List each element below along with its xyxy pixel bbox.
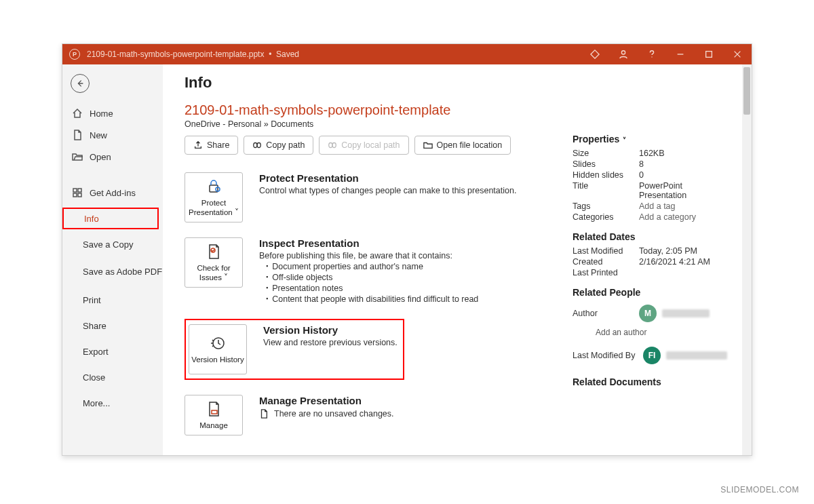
copy-local-path-button: Copy local path — [319, 136, 408, 155]
powerpoint-logo-icon: P — [69, 49, 80, 60]
history-icon — [210, 334, 226, 352]
inspect-heading: Inspect Presentation — [259, 237, 478, 249]
author-name-redacted — [662, 309, 710, 317]
svg-point-0 — [621, 51, 625, 54]
date-printed: Last Printed — [573, 268, 729, 277]
manage-section: Manage Manage Presentation There are no … — [185, 395, 752, 435]
scrollbar[interactable] — [742, 64, 752, 455]
svg-rect-3 — [78, 189, 81, 192]
home-icon — [72, 108, 83, 119]
properties-panel: Properties ˅ Size162KB Slides8 Hidden sl… — [573, 134, 729, 391]
open-icon — [72, 151, 83, 162]
svg-rect-5 — [78, 193, 81, 197]
scrollbar-thumb[interactable] — [743, 67, 750, 115]
svg-rect-14 — [212, 410, 217, 414]
document-title: 2109-01-math-symbols-powerpoint-template — [185, 102, 752, 118]
sidebar-save-pdf[interactable]: Save as Adobe PDF — [62, 259, 163, 285]
version-history-highlight: Version History Version History View and… — [185, 319, 404, 380]
svg-rect-1 — [706, 52, 712, 58]
docs-header: Related Documents — [573, 376, 729, 387]
help-icon[interactable] — [638, 44, 666, 64]
addins-icon — [72, 187, 83, 198]
svg-rect-2 — [73, 189, 77, 192]
manage-desc: There are no unsaved changes. — [274, 409, 394, 419]
inspect-item: Off-slide objects — [266, 273, 478, 282]
title-bar: P 2109-01-math-symbols-powerpoint-templa… — [62, 44, 752, 64]
avatar: FI — [643, 347, 661, 364]
file-name: 2109-01-math-symbols-powerpoint-template… — [87, 50, 299, 59]
date-created: Created2/16/2021 4:21 AM — [573, 257, 729, 267]
main-content: Info 2109-01-math-symbols-powerpoint-tem… — [163, 64, 752, 455]
document-icon — [259, 409, 269, 419]
protect-tile-label: Protect Presentation ˅ — [187, 198, 241, 218]
protect-tile[interactable]: Protect Presentation ˅ — [185, 172, 243, 222]
diamond-icon[interactable] — [581, 44, 609, 64]
date-modified: Last ModifiedToday, 2:05 PM — [573, 246, 729, 256]
share-button[interactable]: Share — [185, 136, 238, 155]
inspect-list: Document properties and author's name Of… — [259, 262, 478, 304]
prop-slides: Slides8 — [573, 159, 729, 169]
sidebar-print[interactable]: Print — [62, 289, 163, 311]
prop-title: TitlePowerPoint Presentation — [573, 181, 729, 200]
version-history-tile[interactable]: Version History — [189, 324, 247, 374]
inspect-item: Presentation notes — [266, 284, 478, 293]
manage-icon — [206, 400, 222, 418]
modifier-person[interactable]: FI — [643, 347, 727, 364]
svg-point-9 — [332, 143, 336, 148]
svg-point-6 — [254, 143, 257, 148]
document-path[interactable]: OneDrive - Personal » Documents — [185, 119, 752, 129]
sidebar-addins[interactable]: Get Add-ins — [62, 182, 163, 203]
manage-heading: Manage Presentation — [259, 395, 394, 406]
author-person[interactable]: M — [639, 305, 710, 322]
backstage-sidebar: Home New Open Get Add-ins Info Save a Co… — [62, 64, 163, 455]
sidebar-more[interactable]: More... — [62, 392, 163, 414]
add-author-link[interactable]: Add an author — [596, 328, 729, 337]
prop-tags: TagsAdd a tag — [573, 201, 729, 211]
version-history-label: Version History — [191, 355, 244, 364]
version-desc: View and restore previous versions. — [263, 338, 398, 347]
sidebar-close[interactable]: Close — [62, 366, 163, 388]
svg-point-7 — [257, 143, 260, 148]
open-location-button[interactable]: Open file location — [414, 136, 511, 155]
inspect-lead: Before publishing this file, be aware th… — [259, 251, 478, 260]
sidebar-info[interactable]: Info — [62, 208, 159, 229]
sidebar-home[interactable]: Home — [62, 102, 163, 124]
sidebar-open[interactable]: Open — [62, 146, 163, 168]
sidebar-share[interactable]: Share — [62, 315, 163, 336]
properties-header[interactable]: Properties ˅ — [573, 134, 729, 144]
prop-categories: CategoriesAdd a category — [573, 212, 729, 222]
inspect-item: Document properties and author's name — [266, 262, 478, 271]
chevron-down-icon: ˅ — [621, 136, 626, 144]
lock-icon — [206, 178, 222, 195]
watermark: SLIDEMODEL.COM — [720, 485, 799, 495]
protect-heading: Protect Presentation — [259, 172, 516, 184]
svg-point-8 — [329, 143, 332, 148]
version-heading: Version History — [263, 324, 398, 336]
prop-hidden: Hidden slides0 — [573, 170, 729, 180]
modifier-name-redacted — [666, 351, 727, 360]
avatar: M — [639, 305, 657, 322]
close-icon[interactable] — [723, 44, 752, 64]
user-icon[interactable] — [609, 44, 638, 64]
new-icon — [72, 130, 83, 140]
minimize-icon[interactable] — [666, 44, 695, 64]
copy-path-button[interactable]: Copy path — [244, 136, 313, 155]
inspect-item: Content that people with disabilities fi… — [266, 294, 478, 304]
manage-tile[interactable]: Manage — [185, 395, 243, 435]
manage-tile-label: Manage — [199, 421, 228, 430]
app-window: P 2109-01-math-symbols-powerpoint-templa… — [62, 43, 752, 456]
sidebar-new[interactable]: New — [62, 124, 163, 146]
back-button[interactable] — [71, 74, 90, 93]
prop-size: Size162KB — [573, 149, 729, 158]
page-title: Info — [185, 74, 752, 92]
inspect-tile[interactable]: Check for Issues ˅ — [185, 237, 243, 288]
sidebar-export[interactable]: Export — [62, 341, 163, 362]
inspect-tile-label: Check for Issues ˅ — [187, 263, 241, 283]
maximize-icon[interactable] — [695, 44, 723, 64]
dates-header: Related Dates — [573, 231, 729, 242]
svg-rect-4 — [73, 193, 77, 197]
protect-desc: Control what types of changes people can… — [259, 186, 516, 195]
people-header: Related People — [573, 287, 729, 298]
sidebar-save-copy[interactable]: Save a Copy — [62, 233, 163, 255]
check-icon — [206, 243, 222, 260]
